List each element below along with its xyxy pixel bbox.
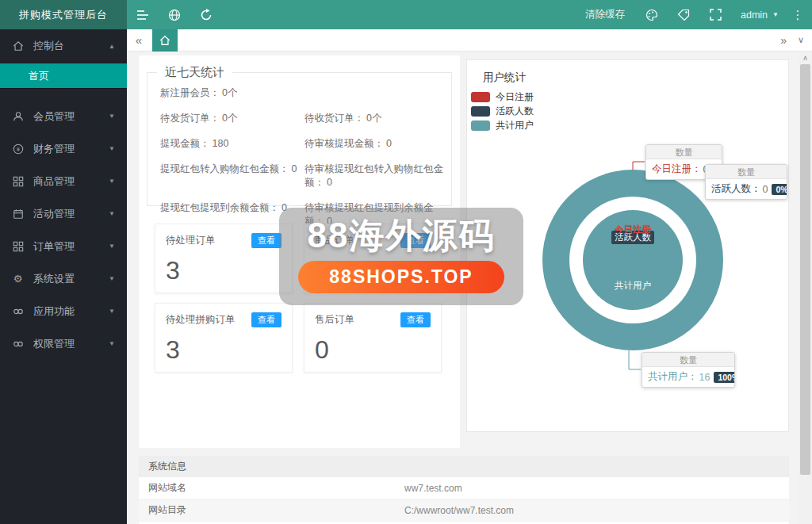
- sidebar-item-label: 会员管理: [33, 109, 75, 124]
- caret-down-icon: ▼: [109, 308, 115, 315]
- tab-bar: « » ∨: [127, 29, 812, 52]
- tabs-scroll-left-icon[interactable]: «: [127, 33, 151, 47]
- system-info-title: 系统信息: [139, 456, 789, 477]
- home-icon: [12, 40, 24, 52]
- card-title: 售后订单: [315, 313, 354, 327]
- stat-item: 提现红包转入购物红包金额：0: [160, 163, 304, 189]
- sidebar-item-activity[interactable]: 活动管理 ▼: [0, 197, 127, 230]
- percent-badge: 100%: [714, 372, 735, 383]
- sidebar-item-label: 财务管理: [33, 142, 75, 156]
- stat-item: [304, 86, 451, 100]
- sidebar-nav: 控制台 ▲ 首页 会员管理 ▼ ¥ 财务管理 ▼ 商品管理 ▼ 活动管理 ▼: [0, 29, 127, 524]
- username: admin: [741, 10, 768, 21]
- card-value: 0: [315, 335, 431, 365]
- sidebar-item-label: 控制台: [33, 39, 64, 53]
- calendar-icon: [12, 208, 24, 220]
- card-pending-group-orders: 待处理拼购订单查看 3: [155, 303, 293, 373]
- sidebar-item-members[interactable]: 会员管理 ▼: [0, 100, 127, 132]
- more-menu-icon[interactable]: ⋮: [788, 0, 807, 29]
- stats-grid: 新注册会员：0个 待发货订单：0个 待收货订单：0个 提现金额：180 待审核提…: [147, 80, 451, 228]
- stats-title: 近七天统计: [157, 65, 232, 80]
- caret-down-icon: ▼: [772, 11, 779, 18]
- caret-down-icon: ▼: [109, 145, 115, 152]
- stat-item: 待审核提现红包转入购物红包金额：0: [304, 163, 451, 189]
- sidebar-item-orders[interactable]: 订单管理 ▼: [0, 230, 127, 262]
- sidebar-item-label: 权限管理: [33, 337, 75, 351]
- view-button[interactable]: 查看: [251, 312, 282, 327]
- caret-down-icon: ▼: [109, 113, 115, 120]
- scrollbar-thumb[interactable]: [800, 64, 810, 475]
- caret-down-icon: ▼: [109, 210, 115, 217]
- chart-tooltip-total: 数量 共计用户： 16 100%: [642, 352, 735, 388]
- donut-label-today: 今日注册: [615, 224, 651, 235]
- main-content: 近七天统计 新注册会员：0个 待发货订单：0个 待收货订单：0个 提现金额：18…: [127, 52, 812, 524]
- caret-down-icon: ▼: [109, 275, 115, 282]
- stat-item: 待审核提现金额：0: [304, 137, 451, 151]
- sidebar-item-label: 应用功能: [33, 304, 75, 319]
- caret-down-icon: ▼: [109, 340, 115, 347]
- sidebar-item-console[interactable]: 控制台 ▲: [0, 29, 127, 63]
- system-info-table: 系统信息 网站域名 ww7.test.com 网站目录 C:/wwwroot/w…: [139, 456, 789, 524]
- stat-item: 待收货订单：0个: [304, 112, 451, 125]
- theme-palette-icon[interactable]: [636, 0, 668, 29]
- link-icon: [12, 305, 24, 317]
- sidebar-item-settings[interactable]: ⚙ 系统设置 ▼: [0, 262, 127, 295]
- card-title: 待处理订单: [166, 234, 216, 247]
- card-value: 3: [166, 256, 282, 285]
- header-right-actions: 清除缓存 admin ▼ ⋮: [574, 0, 812, 29]
- sidebar-item-label: 订单管理: [33, 239, 75, 254]
- watermark-overlay: 88海外源码 88SHOPS.TOP: [279, 208, 523, 305]
- globe-icon[interactable]: [159, 0, 190, 29]
- table-row: 网站域名 ww7.test.com: [139, 477, 789, 499]
- tabs-menu-icon[interactable]: ∨: [798, 35, 804, 45]
- refresh-icon[interactable]: [190, 0, 222, 29]
- user-menu[interactable]: admin ▼: [731, 10, 788, 21]
- grid-icon: [12, 175, 24, 187]
- sidebar-item-goods[interactable]: 商品管理 ▼: [0, 165, 127, 197]
- link-icon: [12, 338, 24, 350]
- watermark-badge: 88SHOPS.TOP: [298, 261, 504, 293]
- card-title: 待处理拼购订单: [166, 313, 236, 327]
- stat-item: 新注册会员：0个: [160, 86, 304, 100]
- view-button[interactable]: 查看: [400, 312, 431, 327]
- home-icon: [159, 35, 170, 46]
- card-pending-orders: 待处理订单查看 3: [155, 224, 293, 293]
- sidebar-item-finance[interactable]: ¥ 财务管理 ▼: [0, 132, 127, 165]
- sidebar-item-permissions[interactable]: 权限管理 ▼: [0, 327, 127, 360]
- donut-label-total: 共计用户: [615, 280, 651, 292]
- clear-cache-button[interactable]: 清除缓存: [574, 8, 636, 21]
- fullscreen-icon[interactable]: [699, 0, 731, 29]
- sidebar-item-label: 商品管理: [33, 174, 75, 189]
- chart-tooltip-active: 数量 活跃人数： 0 0%: [705, 164, 787, 200]
- watermark-text: 88海外源码: [308, 212, 496, 259]
- scrollbar-up-icon[interactable]: ∧: [799, 52, 812, 64]
- caret-down-icon: ▼: [109, 178, 115, 185]
- tab-home[interactable]: [152, 29, 178, 52]
- stat-item: 提现金额：180: [160, 137, 304, 151]
- money-icon: ¥: [12, 143, 24, 155]
- card-value: 3: [166, 335, 282, 365]
- grid-icon: [12, 240, 24, 252]
- menu-collapse-icon[interactable]: [127, 0, 159, 29]
- sidebar-item-apps[interactable]: 应用功能 ▼: [0, 295, 127, 327]
- view-button[interactable]: 查看: [251, 233, 282, 248]
- table-row: 网站目录 C:/wwwroot/ww7.test.com: [139, 499, 789, 522]
- gear-icon: ⚙: [12, 273, 24, 285]
- sidebar-item-label: 系统设置: [33, 272, 75, 286]
- stats-fieldset: 近七天统计 新注册会员：0个 待发货订单：0个 待收货订单：0个 提现金额：18…: [147, 65, 452, 206]
- tab-bar-right: » ∨: [780, 34, 812, 47]
- card-aftersale-orders: 售后订单查看 0: [304, 303, 442, 373]
- tag-icon[interactable]: [668, 0, 699, 29]
- sidebar-submenu-console: 首页: [0, 63, 127, 89]
- caret-up-icon: ▲: [109, 43, 115, 50]
- app-logo: 拼购模式管理后台: [0, 0, 127, 29]
- caret-down-icon: ▼: [109, 243, 115, 250]
- tabs-scroll-right-icon[interactable]: »: [780, 34, 787, 47]
- stat-item: 待发货订单：0个: [160, 112, 304, 125]
- percent-badge: 0%: [772, 184, 787, 195]
- svg-text:¥: ¥: [17, 146, 20, 151]
- vertical-scrollbar[interactable]: ∧: [799, 52, 812, 524]
- top-header: 拼购模式管理后台 清除缓存 admin ▼ ⋮: [0, 0, 812, 29]
- sidebar-item-home-active[interactable]: 首页: [0, 63, 127, 88]
- header-toolbar: 清除缓存 admin ▼ ⋮: [127, 0, 812, 29]
